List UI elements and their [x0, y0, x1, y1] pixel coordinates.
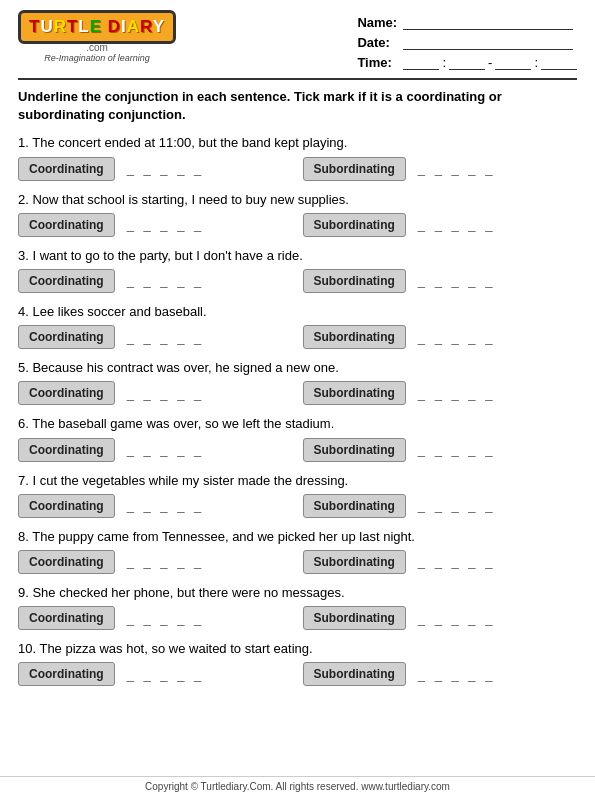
subordinating-button-8[interactable]: Subordinating [303, 550, 406, 574]
subord-dashes-4: _ _ _ _ _ [418, 330, 496, 345]
sentence-7: 7. I cut the vegetables while my sister … [18, 472, 577, 490]
coord-section-3: Coordinating_ _ _ _ _ [18, 269, 293, 293]
answer-row-2: Coordinating_ _ _ _ _Subordinating_ _ _ … [18, 213, 577, 237]
coordinating-button-8[interactable]: Coordinating [18, 550, 115, 574]
coord-section-5: Coordinating_ _ _ _ _ [18, 381, 293, 405]
time-seg4 [541, 54, 577, 70]
subord-section-7: Subordinating_ _ _ _ _ [303, 494, 578, 518]
sentence-9: 9. She checked her phone, but there were… [18, 584, 577, 602]
answer-row-7: Coordinating_ _ _ _ _Subordinating_ _ _ … [18, 494, 577, 518]
coord-section-2: Coordinating_ _ _ _ _ [18, 213, 293, 237]
coord-section-7: Coordinating_ _ _ _ _ [18, 494, 293, 518]
answer-row-5: Coordinating_ _ _ _ _Subordinating_ _ _ … [18, 381, 577, 405]
coord-section-9: Coordinating_ _ _ _ _ [18, 606, 293, 630]
subord-section-9: Subordinating_ _ _ _ _ [303, 606, 578, 630]
item-block-4: 4. Lee likes soccer and baseball.Coordin… [18, 303, 577, 349]
subord-dashes-3: _ _ _ _ _ [418, 273, 496, 288]
item-block-10: 10. The pizza was hot, so we waited to s… [18, 640, 577, 686]
coordinating-button-9[interactable]: Coordinating [18, 606, 115, 630]
subordinating-button-3[interactable]: Subordinating [303, 269, 406, 293]
date-row: Date: [357, 34, 577, 50]
logo: TURTLE DIARY [18, 10, 176, 44]
coord-dashes-2: _ _ _ _ _ [127, 217, 205, 232]
answer-row-9: Coordinating_ _ _ _ _Subordinating_ _ _ … [18, 606, 577, 630]
coordinating-button-6[interactable]: Coordinating [18, 438, 115, 462]
sentence-1: 1. The concert ended at 11:00, but the b… [18, 134, 577, 152]
subord-section-4: Subordinating_ _ _ _ _ [303, 325, 578, 349]
logo-area: TURTLE DIARY .com Re-Imagination of lear… [18, 10, 176, 63]
subord-dashes-5: _ _ _ _ _ [418, 386, 496, 401]
coord-section-8: Coordinating_ _ _ _ _ [18, 550, 293, 574]
items-container: 1. The concert ended at 11:00, but the b… [18, 134, 577, 686]
answer-row-8: Coordinating_ _ _ _ _Subordinating_ _ _ … [18, 550, 577, 574]
instructions: Underline the conjunction in each senten… [18, 88, 577, 124]
item-block-2: 2. Now that school is starting, I need t… [18, 191, 577, 237]
sentence-5: 5. Because his contract was over, he sig… [18, 359, 577, 377]
coordinating-button-1[interactable]: Coordinating [18, 157, 115, 181]
coordinating-button-10[interactable]: Coordinating [18, 662, 115, 686]
subordinating-button-10[interactable]: Subordinating [303, 662, 406, 686]
subord-dashes-8: _ _ _ _ _ [418, 554, 496, 569]
subord-section-5: Subordinating_ _ _ _ _ [303, 381, 578, 405]
coord-dashes-5: _ _ _ _ _ [127, 386, 205, 401]
coordinating-button-3[interactable]: Coordinating [18, 269, 115, 293]
header-divider [18, 78, 577, 80]
coordinating-button-5[interactable]: Coordinating [18, 381, 115, 405]
coordinating-button-2[interactable]: Coordinating [18, 213, 115, 237]
coordinating-button-7[interactable]: Coordinating [18, 494, 115, 518]
coord-dashes-3: _ _ _ _ _ [127, 273, 205, 288]
subord-section-3: Subordinating_ _ _ _ _ [303, 269, 578, 293]
subord-dashes-9: _ _ _ _ _ [418, 611, 496, 626]
subord-section-6: Subordinating_ _ _ _ _ [303, 438, 578, 462]
time-seg1 [403, 54, 439, 70]
coord-section-6: Coordinating_ _ _ _ _ [18, 438, 293, 462]
coord-section-4: Coordinating_ _ _ _ _ [18, 325, 293, 349]
sentence-10: 10. The pizza was hot, so we waited to s… [18, 640, 577, 658]
coord-section-10: Coordinating_ _ _ _ _ [18, 662, 293, 686]
subordinating-button-6[interactable]: Subordinating [303, 438, 406, 462]
coord-dashes-8: _ _ _ _ _ [127, 554, 205, 569]
time-row: Time: : - : [357, 54, 577, 70]
sentence-8: 8. The puppy came from Tennessee, and we… [18, 528, 577, 546]
subordinating-button-1[interactable]: Subordinating [303, 157, 406, 181]
time-fields: : - : [403, 54, 577, 70]
logo-tagline: Re-Imagination of learning [44, 53, 150, 63]
header: TURTLE DIARY .com Re-Imagination of lear… [18, 10, 577, 70]
subord-dashes-10: _ _ _ _ _ [418, 667, 496, 682]
subordinating-button-9[interactable]: Subordinating [303, 606, 406, 630]
sentence-2: 2. Now that school is starting, I need t… [18, 191, 577, 209]
logo-com: .com [86, 42, 108, 53]
subordinating-button-7[interactable]: Subordinating [303, 494, 406, 518]
answer-row-10: Coordinating_ _ _ _ _Subordinating_ _ _ … [18, 662, 577, 686]
subord-dashes-1: _ _ _ _ _ [418, 161, 496, 176]
coord-section-1: Coordinating_ _ _ _ _ [18, 157, 293, 181]
date-label: Date: [357, 35, 397, 50]
subordinating-button-5[interactable]: Subordinating [303, 381, 406, 405]
time-seg3 [495, 54, 531, 70]
subord-section-2: Subordinating_ _ _ _ _ [303, 213, 578, 237]
name-date-time: Name: Date: Time: : - : [357, 14, 577, 70]
answer-row-4: Coordinating_ _ _ _ _Subordinating_ _ _ … [18, 325, 577, 349]
coord-dashes-6: _ _ _ _ _ [127, 442, 205, 457]
name-line [403, 14, 573, 30]
subord-dashes-2: _ _ _ _ _ [418, 217, 496, 232]
item-block-6: 6. The baseball game was over, so we lef… [18, 415, 577, 461]
item-block-5: 5. Because his contract was over, he sig… [18, 359, 577, 405]
footer: Copyright © Turtlediary.Com. All rights … [0, 776, 595, 792]
sentence-3: 3. I want to go to the party, but I don'… [18, 247, 577, 265]
coord-dashes-9: _ _ _ _ _ [127, 611, 205, 626]
subordinating-button-2[interactable]: Subordinating [303, 213, 406, 237]
answer-row-3: Coordinating_ _ _ _ _Subordinating_ _ _ … [18, 269, 577, 293]
item-block-9: 9. She checked her phone, but there were… [18, 584, 577, 630]
time-seg2 [449, 54, 485, 70]
subordinating-button-4[interactable]: Subordinating [303, 325, 406, 349]
subord-dashes-7: _ _ _ _ _ [418, 498, 496, 513]
subord-dashes-6: _ _ _ _ _ [418, 442, 496, 457]
coordinating-button-4[interactable]: Coordinating [18, 325, 115, 349]
item-block-8: 8. The puppy came from Tennessee, and we… [18, 528, 577, 574]
name-row: Name: [357, 14, 577, 30]
time-label: Time: [357, 55, 397, 70]
subord-section-8: Subordinating_ _ _ _ _ [303, 550, 578, 574]
coord-dashes-1: _ _ _ _ _ [127, 161, 205, 176]
coord-dashes-10: _ _ _ _ _ [127, 667, 205, 682]
